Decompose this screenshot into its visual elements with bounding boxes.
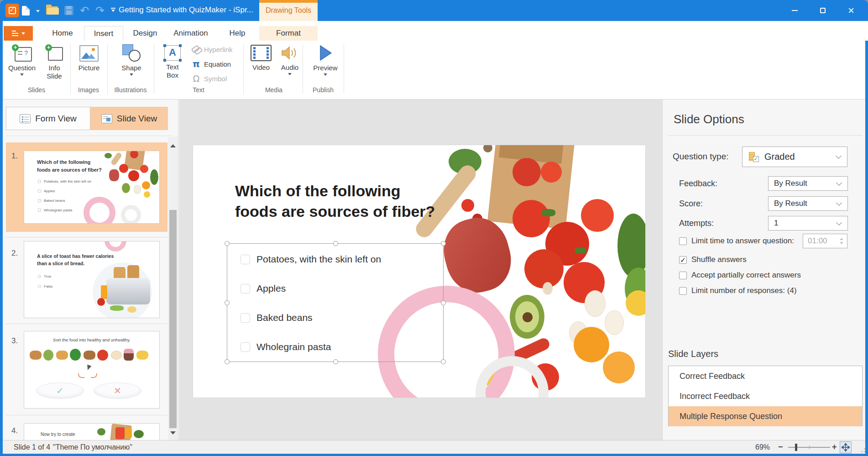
resize-handle-ne[interactable] xyxy=(441,241,446,246)
question-type-dropdown[interactable]: ✓ Graded xyxy=(742,147,847,167)
thumb3-cursor-icon xyxy=(85,365,91,371)
resize-handle-sw[interactable] xyxy=(225,359,230,364)
layer-item-correct-feedback[interactable]: Correct Feedback xyxy=(669,366,862,386)
scroll-down-icon[interactable] xyxy=(170,431,176,437)
audio-icon xyxy=(281,45,299,61)
resize-handle-n[interactable] xyxy=(333,241,338,246)
limit-time-row: Limit time to answer question: xyxy=(679,236,794,246)
resize-handle-w[interactable] xyxy=(225,300,230,305)
zoom-in-button[interactable]: + xyxy=(832,442,837,452)
thumbnail-slide-1[interactable]: Which of the followingfoods are sources … xyxy=(24,151,160,224)
fit-to-window-button[interactable] xyxy=(840,441,852,453)
resize-grip[interactable] xyxy=(858,445,865,452)
limit-time-checkbox[interactable] xyxy=(679,237,687,245)
thumbnails-scrollbar[interactable] xyxy=(168,137,178,440)
equation-button[interactable]: π Equation xyxy=(192,58,231,70)
thumb1-option: Potatoes, with the skin left on xyxy=(44,179,91,183)
thumbnail-slide-4[interactable]: Now try to create xyxy=(24,423,160,440)
thumb1-question: Which of the followingfoods are sources … xyxy=(37,158,102,174)
tab-insert[interactable]: Insert xyxy=(84,26,123,41)
menu-caret-icon xyxy=(21,32,25,37)
zoom-slider[interactable] xyxy=(788,447,830,448)
group-label-slides: Slides xyxy=(9,86,64,94)
layer-item-multiple-response[interactable]: Multiple Response Question xyxy=(669,406,862,426)
question-caret-icon xyxy=(20,73,24,78)
audio-button[interactable]: Audio xyxy=(277,42,303,77)
limit-responses-row: Limit number of responses: (4) xyxy=(679,286,797,295)
partial-credit-row: Accept partially correct answers xyxy=(679,271,801,280)
picture-icon xyxy=(79,45,99,62)
close-button[interactable]: × xyxy=(837,0,865,21)
maximize-button[interactable] xyxy=(809,0,837,21)
resize-handle-s[interactable] xyxy=(333,359,338,364)
shape-caret-icon xyxy=(130,73,133,78)
thumbnail-slide-2[interactable]: A slice of toast has fewer caloriesthan … xyxy=(24,241,160,318)
main-menu-button[interactable] xyxy=(4,26,33,41)
thumbnail-number: 1. xyxy=(11,152,18,161)
shuffle-checkbox[interactable]: ✓ xyxy=(679,256,687,264)
zoom-out-button[interactable]: − xyxy=(778,442,783,452)
tab-animation[interactable]: Animation xyxy=(169,26,213,41)
tab-format[interactable]: Format xyxy=(259,26,318,41)
limit-responses-checkbox[interactable] xyxy=(679,287,687,295)
selection-rectangle[interactable] xyxy=(227,243,444,362)
slide-view-button[interactable]: Slide View xyxy=(90,107,168,130)
info-slide-icon: + xyxy=(45,45,63,62)
minimize-button[interactable] xyxy=(780,0,809,21)
open-folder-icon[interactable] xyxy=(46,6,58,15)
attempts-dropdown[interactable]: 1 xyxy=(768,216,848,231)
scroll-up-icon[interactable] xyxy=(170,142,176,147)
form-view-button[interactable]: Form View xyxy=(6,107,90,130)
tab-help[interactable]: Help xyxy=(224,26,251,41)
zoom-slider-handle[interactable] xyxy=(795,444,797,451)
shape-button[interactable]: Shape xyxy=(116,42,146,78)
partial-credit-checkbox[interactable] xyxy=(679,272,687,279)
window-border-left xyxy=(0,21,3,456)
slide-canvas: Which of the followingfoods are sources … xyxy=(179,100,662,440)
preview-button[interactable]: Preview xyxy=(310,42,340,78)
scrollbar-thumb[interactable] xyxy=(169,210,177,428)
video-button[interactable]: Video xyxy=(247,42,275,72)
layer-item-incorrect-feedback[interactable]: Incorrect Feedback xyxy=(669,386,862,406)
picture-button[interactable]: Picture xyxy=(73,42,105,72)
tab-design[interactable]: Design xyxy=(129,26,162,41)
new-file-icon[interactable] xyxy=(22,6,30,16)
thumbnail-number: 2. xyxy=(11,249,18,258)
question-button[interactable]: ? + Question xyxy=(5,42,39,78)
thumb1-option: Wholegrain pasta xyxy=(44,208,72,212)
equation-icon: π xyxy=(192,58,201,69)
resize-handle-e[interactable] xyxy=(441,300,446,305)
text-box-icon: A xyxy=(164,45,181,61)
score-dropdown[interactable]: By Result xyxy=(768,196,848,211)
slide-question-title[interactable]: Which of the followingfoods are sources … xyxy=(235,181,435,222)
chevron-down-icon xyxy=(836,180,842,186)
app-logo-icon: ✓ xyxy=(5,4,19,17)
maximize-icon xyxy=(820,8,826,13)
slide-layers-title: Slide Layers xyxy=(668,349,718,359)
thumbnail-slide-3[interactable]: Sort the food into healthy and unhealthy… xyxy=(24,331,160,409)
feedback-dropdown[interactable]: By Result xyxy=(768,176,848,191)
resize-handle-nw[interactable] xyxy=(225,241,230,246)
slide-editor[interactable]: Which of the followingfoods are sources … xyxy=(193,145,645,398)
text-box-button[interactable]: A TextBox xyxy=(157,42,188,79)
ribbon-tab-row: Home Insert Design Animation Help Format xyxy=(0,21,868,41)
info-slide-button[interactable]: + InfoSlide xyxy=(40,42,68,80)
status-bar: Slide 1 of 4 "Theme По умолчанию" 69% − … xyxy=(0,440,868,454)
customize-toolbar-icon[interactable] xyxy=(111,8,115,14)
window-title: Getting Started with QuizMaker - iSpr... xyxy=(119,5,253,15)
symbol-button: Ω Symbol xyxy=(192,73,227,84)
tab-home[interactable]: Home xyxy=(46,26,79,41)
video-icon xyxy=(251,45,272,61)
shuffle-label: Shuffle answers xyxy=(691,255,747,264)
new-file-caret-icon[interactable] xyxy=(36,10,40,14)
group-label-images: Images xyxy=(73,86,105,94)
shuffle-row: ✓ Shuffle answers xyxy=(679,255,747,264)
question-type-label: Question type: xyxy=(673,152,729,162)
window-border-right xyxy=(865,41,868,456)
resize-handle-se[interactable] xyxy=(441,359,446,364)
thumb2-option: True xyxy=(44,274,51,278)
redo-icon: ↷ xyxy=(95,5,105,16)
thumbnail-number: 3. xyxy=(11,336,18,346)
limit-time-label: Limit time to answer question: xyxy=(691,236,794,246)
partial-credit-label: Accept partially correct answers xyxy=(691,271,801,280)
